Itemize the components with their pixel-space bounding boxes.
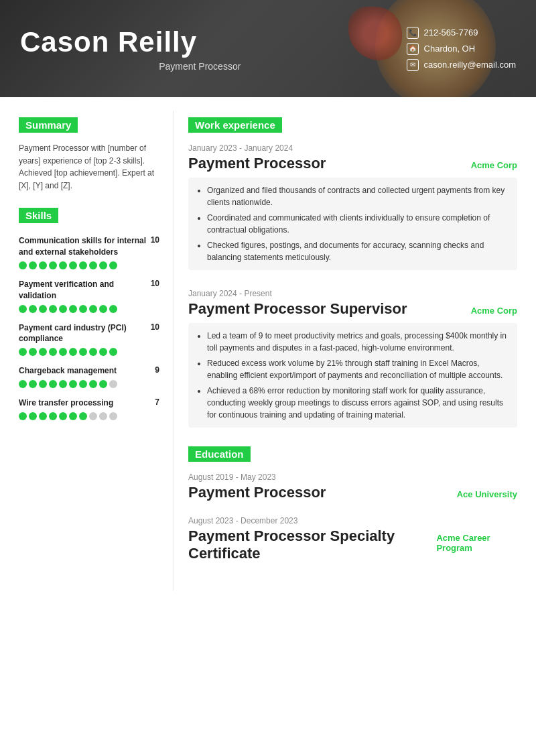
skill-dots	[19, 412, 159, 420]
edu-title: Payment Processor	[188, 484, 326, 501]
job-company: Acme Corp	[471, 306, 517, 316]
edu-institution: Acme Career Program	[436, 533, 517, 553]
location-text: Chardon, OH	[424, 44, 476, 54]
work-entry: January 2023 - January 2024Payment Proce…	[188, 143, 517, 270]
dot-filled	[19, 412, 27, 420]
summary-text: Payment Processor with [number of years]…	[19, 142, 159, 192]
dot-filled	[69, 261, 77, 269]
skill-item: Payment card industry (PCI) compliance10	[19, 322, 159, 357]
skill-item: Communication skills for internal and ex…	[19, 235, 159, 269]
dot-filled	[89, 380, 97, 388]
header-left: Cason Reilly Payment Processor	[20, 26, 380, 72]
skills-label: Skills	[25, 210, 52, 221]
skill-dots	[19, 380, 159, 388]
skills-section: Communication skills for internal and ex…	[19, 235, 159, 420]
skill-score: 10	[151, 279, 159, 288]
dot-filled	[49, 348, 57, 356]
job-bullets: Led a team of 9 to meet productivity met…	[188, 323, 517, 428]
dot-filled	[39, 380, 47, 388]
dot-filled	[39, 261, 47, 269]
edu-date: August 2023 - December 2023	[188, 516, 517, 525]
bullet-item: Coordinated and communicated with client…	[207, 212, 508, 236]
education-entry: August 2019 - May 2023Payment ProcessorA…	[188, 472, 517, 501]
dot-filled	[69, 348, 77, 356]
work-entry: January 2024 - PresentPayment Processor …	[188, 289, 517, 428]
skill-dots	[19, 348, 159, 356]
dot-filled	[79, 261, 87, 269]
summary-label: Summary	[25, 119, 71, 131]
skill-item: Payment verification and validation10	[19, 279, 159, 313]
work-experience-header: Work experience	[188, 117, 282, 133]
dot-filled	[49, 412, 57, 420]
skill-name: Wire transfer processing	[19, 397, 151, 409]
bullet-item: Reduced excess work volume by 21% throug…	[207, 357, 508, 381]
dot-filled	[109, 261, 117, 269]
candidate-title: Payment Processor	[20, 61, 380, 72]
job-company: Acme Corp	[471, 160, 517, 170]
dot-filled	[39, 348, 47, 356]
dot-empty	[89, 412, 97, 420]
skill-score: 7	[155, 397, 159, 407]
resume-container: Cason Reilly Payment Processor 📞 212-565…	[0, 0, 536, 756]
bullet-item: Organized and filed thousands of contrac…	[207, 184, 508, 208]
dot-filled	[49, 380, 57, 388]
dot-filled	[29, 380, 37, 388]
skill-dots	[19, 261, 159, 269]
right-column: Work experience January 2023 - January 2…	[173, 111, 536, 590]
header: Cason Reilly Payment Processor 📞 212-565…	[0, 0, 536, 97]
dot-filled	[59, 380, 67, 388]
left-column: Summary Payment Processor with [number o…	[0, 111, 173, 590]
header-content: Cason Reilly Payment Processor 📞 212-565…	[0, 0, 536, 97]
phone-contact: 📞 212-565-7769	[407, 27, 516, 39]
dot-filled	[99, 348, 107, 356]
work-label: Work experience	[195, 119, 275, 131]
dot-filled	[49, 261, 57, 269]
dot-filled	[29, 348, 37, 356]
edu-institution: Ace University	[457, 489, 517, 499]
education-entry: August 2023 - December 2023Payment Proce…	[188, 516, 517, 562]
jobs-container: January 2023 - January 2024Payment Proce…	[188, 143, 517, 428]
email-icon: ✉	[407, 59, 419, 71]
dot-filled	[109, 348, 117, 356]
summary-header: Summary	[19, 117, 78, 133]
skill-name: Payment verification and validation	[19, 279, 147, 302]
dot-empty	[99, 412, 107, 420]
skill-name: Communication skills for internal and ex…	[19, 235, 147, 258]
dot-filled	[19, 348, 27, 356]
bullet-item: Achieved a 68% error reduction by monito…	[207, 385, 508, 421]
bullet-item: Checked figures, postings, and documents…	[207, 239, 508, 263]
dot-filled	[89, 348, 97, 356]
dot-filled	[19, 305, 27, 313]
edu-title: Payment Processor Specialty Certificate	[188, 527, 436, 562]
candidate-name: Cason Reilly	[20, 26, 380, 58]
dot-filled	[49, 305, 57, 313]
entry-date: January 2023 - January 2024	[188, 143, 517, 153]
skill-item: Chargeback management9	[19, 365, 159, 388]
edu-date: August 2019 - May 2023	[188, 472, 517, 482]
bullet-item: Led a team of 9 to meet productivity met…	[207, 330, 508, 354]
dot-filled	[39, 412, 47, 420]
education-header: Education	[188, 446, 251, 462]
dot-filled	[99, 261, 107, 269]
dot-filled	[89, 305, 97, 313]
location-contact: 🏠 Chardon, OH	[407, 43, 516, 55]
skill-item: Wire transfer processing7	[19, 397, 159, 420]
dot-filled	[109, 305, 117, 313]
header-contact: 📞 212-565-7769 🏠 Chardon, OH ✉ cason.rei…	[407, 27, 516, 71]
phone-number: 212-565-7769	[424, 27, 478, 38]
skill-score: 10	[151, 235, 159, 245]
body-content: Summary Payment Processor with [number o…	[0, 97, 536, 604]
dot-filled	[39, 305, 47, 313]
job-title: Payment Processor Supervisor	[188, 300, 407, 318]
dot-filled	[69, 305, 77, 313]
dot-filled	[29, 261, 37, 269]
skill-name: Chargeback management	[19, 365, 151, 377]
dot-filled	[99, 305, 107, 313]
skill-score: 10	[151, 322, 159, 332]
dot-filled	[29, 305, 37, 313]
job-bullets: Organized and filed thousands of contrac…	[188, 178, 517, 270]
dot-filled	[69, 412, 77, 420]
skills-header: Skills	[19, 208, 58, 223]
dot-filled	[99, 380, 107, 388]
dot-filled	[59, 305, 67, 313]
